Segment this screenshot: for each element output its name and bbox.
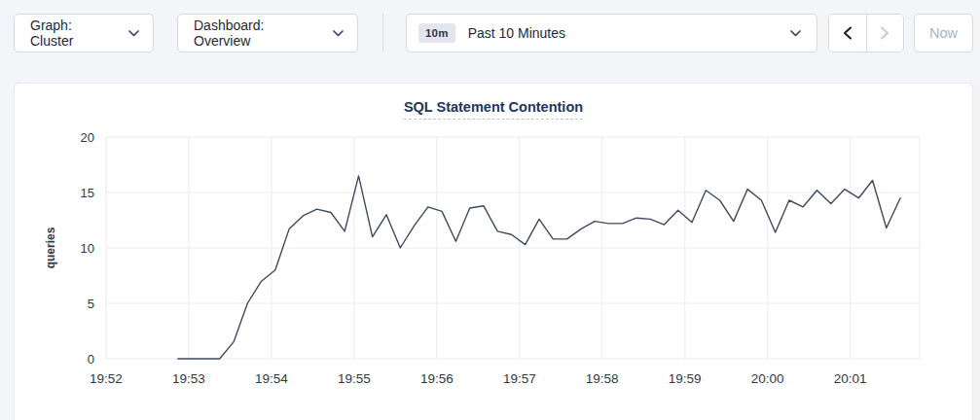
chevron-right-icon [880,26,889,40]
svg-text:15: 15 [81,186,94,200]
svg-text:20:00: 20:00 [751,371,784,386]
chart-svg: 0510152019:5219:5319:5419:5519:5619:5719… [15,119,974,420]
chart-card: SQL Statement Contention 0510152019:5219… [14,83,973,420]
time-step-buttons [828,14,904,52]
time-range-selector[interactable]: 10m Past 10 Minutes [406,14,817,52]
contention-line-chart: 0510152019:5219:5319:5419:5519:5619:5719… [15,119,974,420]
svg-text:19:56: 19:56 [420,371,454,386]
now-button[interactable]: Now [914,14,973,52]
chevron-down-icon [790,30,801,37]
now-button-label: Now [929,25,958,41]
chart-title-row: SQL Statement Contention [15,99,972,120]
svg-text:5: 5 [88,297,94,311]
previous-time-button[interactable] [829,15,866,52]
time-range-badge: 10m [418,23,455,43]
dashboard-dropdown[interactable]: Dashboard: Overview [177,14,358,52]
svg-text:20:01: 20:01 [834,371,867,386]
svg-text:19:59: 19:59 [669,371,702,386]
svg-text:19:58: 19:58 [586,371,619,386]
toolbar-divider [382,14,383,52]
chart-title[interactable]: SQL Statement Contention [404,99,583,120]
time-range-label: Past 10 Minutes [468,25,790,41]
chevron-left-icon [843,26,853,40]
dashboard-dropdown-label: Dashboard: Overview [194,18,322,49]
svg-text:19:53: 19:53 [172,371,205,386]
svg-text:19:55: 19:55 [338,371,371,386]
svg-text:19:52: 19:52 [90,371,123,386]
svg-text:10: 10 [81,241,94,256]
toolbar: Graph: Cluster Dashboard: Overview 10m P… [0,0,980,68]
svg-text:19:54: 19:54 [255,371,288,386]
svg-text:19:57: 19:57 [503,371,536,386]
svg-text:0: 0 [88,352,94,367]
next-time-button[interactable] [866,15,904,52]
chevron-down-icon [128,30,139,37]
graph-dropdown[interactable]: Graph: Cluster [14,14,154,52]
svg-text:queries: queries [44,227,57,268]
graph-dropdown-label: Graph: Cluster [30,18,118,49]
svg-text:20: 20 [81,130,94,145]
chevron-down-icon [333,30,344,37]
